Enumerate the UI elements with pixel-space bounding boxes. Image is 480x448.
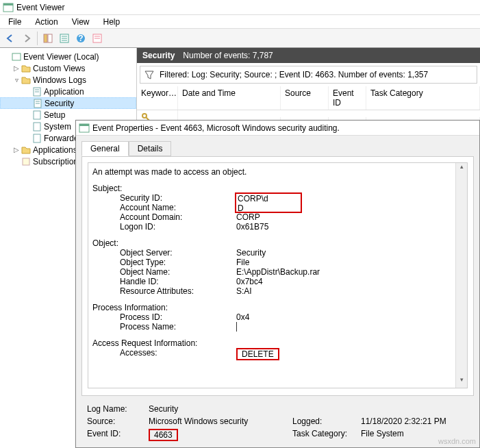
log-name: Security bbox=[142, 51, 175, 60]
source-value: Microsoft Windows security bbox=[149, 416, 292, 426]
detail-intro: An attempt was made to access an object. bbox=[92, 167, 463, 177]
dialog-titlebar: Event Properties - Event 4663, Microsoft… bbox=[76, 121, 479, 136]
scroll-down[interactable]: ▾ bbox=[456, 376, 467, 388]
dialog-title: Event Properties - Event 4663, Microsoft… bbox=[92, 123, 340, 133]
account-name-value: D bbox=[238, 203, 299, 213]
show-hide-button[interactable] bbox=[40, 31, 55, 46]
tree-custom-views[interactable]: ▷Custom Views bbox=[0, 62, 136, 74]
tree-setup[interactable]: Setup bbox=[0, 109, 136, 121]
svg-rect-21 bbox=[34, 123, 40, 131]
svg-rect-23 bbox=[23, 158, 29, 165]
app-icon bbox=[3, 2, 14, 13]
tab-general[interactable]: General bbox=[81, 141, 129, 156]
title-bar: Event Viewer bbox=[0, 0, 480, 15]
process-section: Process Information: Process ID:0x4 Proc… bbox=[92, 303, 463, 332]
help-button[interactable]: ? bbox=[73, 31, 88, 46]
tree-windows-logs[interactable]: ▿Windows Logs bbox=[0, 74, 136, 86]
col-source[interactable]: Source bbox=[281, 86, 329, 110]
find-button[interactable] bbox=[90, 31, 105, 46]
filter-icon bbox=[144, 70, 154, 79]
tree-application[interactable]: Application bbox=[0, 86, 136, 97]
dialog-footer: Log Name: Security Source: Microsoft Win… bbox=[76, 401, 479, 444]
svg-rect-13 bbox=[12, 53, 21, 60]
svg-rect-20 bbox=[34, 111, 40, 119]
watermark: wsxdn.com bbox=[438, 437, 476, 445]
window-title: Event Viewer bbox=[16, 3, 64, 12]
tree-root[interactable]: Event Viewer (Local) bbox=[0, 51, 136, 62]
highlight-accesses: DELETE bbox=[236, 348, 279, 360]
menu-action[interactable]: Action bbox=[28, 16, 64, 28]
tab-details[interactable]: Details bbox=[129, 141, 172, 156]
toolbar-separator bbox=[37, 32, 38, 45]
event-detail: An attempt was made to access an object.… bbox=[88, 162, 468, 388]
scroll-up[interactable]: ▴ bbox=[456, 163, 467, 175]
highlight-eventid: 4663 bbox=[149, 429, 178, 441]
svg-rect-3 bbox=[48, 34, 52, 42]
logname-value: Security bbox=[149, 404, 468, 414]
event-properties-dialog: Event Properties - Event 4663, Microsoft… bbox=[75, 120, 480, 448]
back-button[interactable] bbox=[3, 31, 18, 46]
log-header: Security Number of events: 7,787 bbox=[137, 48, 480, 63]
security-id-value: CORP\d bbox=[238, 194, 299, 203]
svg-text:?: ? bbox=[78, 34, 83, 43]
forward-button[interactable] bbox=[19, 31, 34, 46]
object-section: Object: Object Server:Security Object Ty… bbox=[92, 238, 463, 296]
logged-value: 11/18/2020 2:32:21 PM bbox=[361, 416, 468, 426]
menu-bar: File Action View Help bbox=[0, 15, 480, 29]
col-keywords[interactable]: Keywor… bbox=[137, 86, 178, 110]
account-domain-value: CORP bbox=[236, 212, 463, 222]
col-taskcat[interactable]: Task Category bbox=[366, 86, 480, 110]
detail-scrollbar[interactable]: ▴ ▾ bbox=[455, 163, 467, 388]
svg-rect-22 bbox=[34, 134, 40, 142]
highlight-securityid: CORP\d D bbox=[235, 192, 302, 213]
svg-rect-1 bbox=[3, 3, 13, 5]
access-section: Access Request Information: Accesses:DEL… bbox=[92, 338, 463, 360]
menu-help[interactable]: Help bbox=[97, 16, 127, 28]
tab-general-body: An attempt was made to access an object.… bbox=[81, 156, 474, 396]
dialog-tabs: General Details bbox=[76, 136, 479, 156]
event-count: 7,787 bbox=[253, 51, 273, 60]
subject-section: Subject: Security ID: Account Name: CORP… bbox=[92, 184, 463, 232]
col-eventid[interactable]: Event ID bbox=[329, 86, 366, 110]
svg-rect-2 bbox=[44, 34, 47, 42]
filter-bar: Filtered: Log: Security; Source: ; Event… bbox=[140, 66, 477, 84]
logon-id-value: 0x61B75 bbox=[236, 222, 463, 232]
grid-header: Keywor… Date and Time Source Event ID Ta… bbox=[137, 86, 480, 110]
tree-security[interactable]: Security bbox=[0, 97, 136, 109]
menu-file[interactable]: File bbox=[1, 16, 28, 28]
object-name-value: E:\AppDistr\Backup.rar bbox=[236, 267, 463, 277]
svg-rect-26 bbox=[79, 124, 89, 126]
properties-button[interactable] bbox=[57, 31, 72, 46]
dialog-icon bbox=[79, 123, 90, 134]
filter-text: Filtered: Log: Security; Source: ; Event… bbox=[160, 70, 428, 79]
col-datetime[interactable]: Date and Time bbox=[178, 86, 281, 110]
menu-view[interactable]: View bbox=[65, 16, 97, 28]
toolbar: ? bbox=[0, 29, 480, 48]
